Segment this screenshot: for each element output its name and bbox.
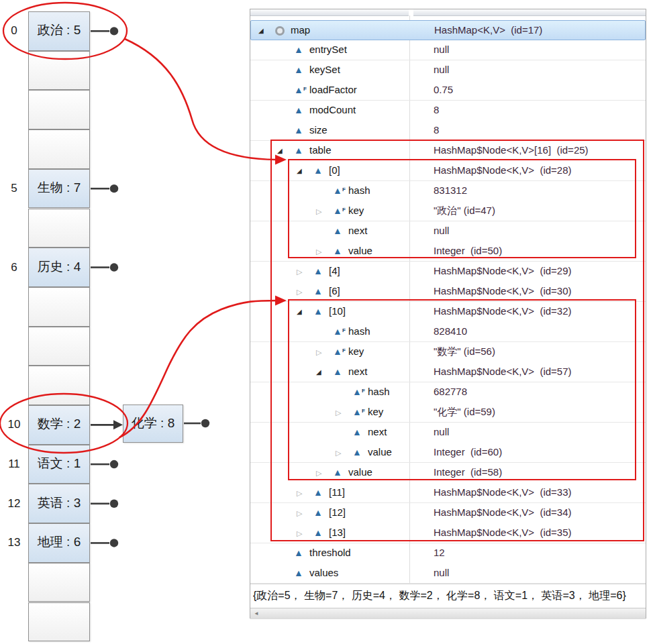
variable-row-size[interactable]: ▲size8 <box>250 121 646 141</box>
collapse-toggle-icon[interactable]: ◢ <box>316 368 325 377</box>
variable-row-13[interactable]: ▷▲[13]HashMap$Node<K,V> (id=35) <box>250 523 646 543</box>
variable-name: key <box>368 406 404 417</box>
variable-row-hash[interactable]: ▲Fhash831312 <box>250 181 646 201</box>
variable-name: hash <box>348 325 404 337</box>
array-index-label: 5 <box>4 182 24 195</box>
expand-toggle-icon[interactable]: ▷ <box>297 267 306 276</box>
tostring-text: {政治=5， 生物=7， 历史=4， 数学=2， 化学=8， 语文=1， 英语=… <box>253 589 626 603</box>
variable-name: [12] <box>329 506 404 518</box>
array-cell-empty <box>28 51 90 91</box>
variable-name: entrySet <box>309 44 404 55</box>
variable-row-hash[interactable]: ▲Fhash828410 <box>250 322 646 342</box>
variable-value: null <box>434 426 644 437</box>
field-icon: ▲ <box>294 566 305 580</box>
variable-name: hash <box>368 386 404 397</box>
collapse-toggle-icon[interactable]: ◢ <box>297 166 306 176</box>
variable-name: values <box>309 567 404 578</box>
array-cell-empty <box>28 209 90 248</box>
variable-row-next[interactable]: ◢▲nextHashMap$Node<K,V> (id=57) <box>250 362 646 382</box>
array-cell-10: 数学 : 2 <box>28 405 90 445</box>
variable-row-key[interactable]: ▷▲Fkey"化学" (id=59) <box>250 402 646 423</box>
variable-name: [11] <box>329 486 404 498</box>
name-column-header[interactable] <box>250 9 409 16</box>
array-diagram: 政治 : 5生物 : 7历史 : 4数学 : 2语文 : 1英语 : 3地理 :… <box>0 0 228 644</box>
array-cell-empty <box>28 563 90 602</box>
array-cell-11: 语文 : 1 <box>28 445 90 484</box>
array-cell-text: 语文 : 1 <box>29 455 89 472</box>
expand-toggle-icon[interactable]: ▷ <box>297 287 306 297</box>
array-cell-empty <box>28 287 90 327</box>
variable-row-threshold[interactable]: ▲threshold12 <box>250 543 646 564</box>
variable-row-loadFactor[interactable]: ▲FloadFactor0.75 <box>250 80 646 101</box>
array-cell-6: 历史 : 4 <box>28 248 90 287</box>
variable-row-value[interactable]: ▷▲valueInteger (id=58) <box>250 463 646 483</box>
final-marker: F <box>342 203 346 217</box>
variable-row-modCount[interactable]: ▲modCount8 <box>250 101 646 121</box>
final-field-icon: ▲F <box>294 83 305 97</box>
variable-row-key[interactable]: ▷▲Fkey"政治" (id=47) <box>250 201 646 221</box>
variable-value: null <box>434 567 644 578</box>
variable-row-value[interactable]: ▷▲valueInteger (id=60) <box>250 443 646 463</box>
variable-value: 8 <box>434 104 644 115</box>
expand-toggle-icon[interactable]: ▷ <box>297 488 306 498</box>
expand-toggle-icon[interactable]: ▷ <box>297 529 306 538</box>
variable-value: Integer (id=58) <box>434 466 644 478</box>
variable-row-hash[interactable]: ▲Fhash682778 <box>250 382 646 402</box>
variable-row-map[interactable]: ◢mapHashMap<K,V> (id=17) <box>250 20 646 40</box>
final-field-icon: ▲F <box>352 384 363 399</box>
variable-row-6[interactable]: ▷▲[6]HashMap$Node<K,V> (id=30) <box>250 282 646 302</box>
variable-name: size <box>309 124 404 136</box>
variable-value: HashMap$Node<K,V> (id=32) <box>434 305 644 317</box>
expand-toggle-icon[interactable]: ▷ <box>316 207 325 216</box>
field-icon: ▲ <box>294 62 305 77</box>
field-icon: ▲ <box>333 364 344 379</box>
variable-value: 828410 <box>434 325 644 337</box>
variable-value: "化学" (id=59) <box>434 406 644 419</box>
field-icon: ▲ <box>313 163 324 178</box>
variable-row-value[interactable]: ▷▲valueInteger (id=50) <box>250 241 646 262</box>
variable-row-4[interactable]: ▷▲[4]HashMap$Node<K,V> (id=29) <box>250 262 646 282</box>
variable-row-entrySet[interactable]: ▲entrySetnull <box>250 40 646 60</box>
collapse-toggle-icon[interactable]: ◢ <box>297 307 306 317</box>
variable-row-next[interactable]: ▲nextnull <box>250 221 646 241</box>
field-icon: ▲ <box>313 525 324 540</box>
variable-name: [10] <box>329 305 404 317</box>
array-cell-text: 地理 : 6 <box>29 533 89 551</box>
variable-row-next[interactable]: ▲nextnull <box>250 423 646 443</box>
variable-name: map <box>291 24 403 36</box>
variable-row-12[interactable]: ▷▲[12]HashMap$Node<K,V> (id=34) <box>250 503 646 523</box>
variable-value: HashMap$Node<K,V> (id=35) <box>434 527 644 538</box>
expand-toggle-icon[interactable]: ▷ <box>297 508 306 518</box>
array-cell-5: 生物 : 7 <box>28 169 90 209</box>
collapse-toggle-icon[interactable]: ◢ <box>258 26 268 36</box>
value-column-header[interactable] <box>413 9 646 16</box>
array-cell-text: 生物 : 7 <box>29 179 89 197</box>
variable-name: hash <box>348 184 404 196</box>
variable-value: 831312 <box>434 184 644 196</box>
variable-name: table <box>309 144 404 156</box>
variable-name: modCount <box>309 104 404 115</box>
expand-toggle-icon[interactable]: ▷ <box>336 408 345 417</box>
field-icon: ▲ <box>333 465 344 480</box>
array-index-label: 13 <box>4 536 24 549</box>
variable-row-values[interactable]: ▲valuesnull <box>250 564 646 584</box>
variable-row-key[interactable]: ▷▲Fkey"数学" (id=56) <box>250 342 646 362</box>
array-cell-12: 英语 : 3 <box>28 484 90 523</box>
variable-value: null <box>434 64 644 75</box>
variable-value: Integer (id=50) <box>434 245 644 256</box>
variable-row-10[interactable]: ◢▲[10]HashMap$Node<K,V> (id=32) <box>250 302 646 322</box>
array-cell-text: 英语 : 3 <box>29 494 89 512</box>
variable-row-0[interactable]: ◢▲[0]HashMap$Node<K,V> (id=28) <box>250 161 646 181</box>
variable-name: threshold <box>309 547 404 558</box>
array-index-label: 12 <box>4 497 24 511</box>
expand-toggle-icon[interactable]: ▷ <box>316 247 325 256</box>
expand-toggle-icon[interactable]: ▷ <box>316 468 325 478</box>
variable-row-11[interactable]: ▷▲[11]HashMap$Node<K,V> (id=33) <box>250 483 646 503</box>
scroll-left-arrow-icon[interactable]: ◄ <box>254 610 259 616</box>
expand-toggle-icon[interactable]: ▷ <box>316 347 325 357</box>
horizontal-scrollbar[interactable]: ◄ <box>250 608 646 619</box>
variable-row-table[interactable]: ◢▲tableHashMap$Node<K,V>[16] (id=25) <box>250 141 646 161</box>
expand-toggle-icon[interactable]: ▷ <box>336 448 345 458</box>
collapse-toggle-icon[interactable]: ◢ <box>277 146 287 156</box>
variable-row-keySet[interactable]: ▲keySetnull <box>250 60 646 80</box>
